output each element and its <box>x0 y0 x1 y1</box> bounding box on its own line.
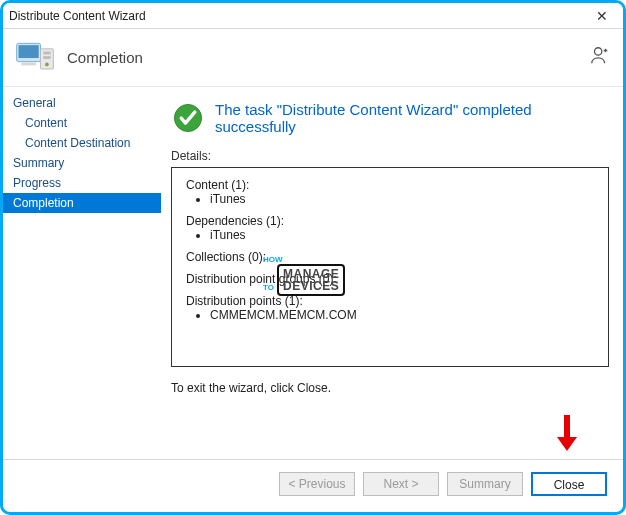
dp-item: CMMEMCM.MEMCM.COM <box>210 308 594 322</box>
details-dependencies: Dependencies (1): iTunes <box>186 214 594 242</box>
svg-rect-6 <box>21 62 36 65</box>
close-button[interactable]: Close <box>531 472 607 496</box>
svg-rect-4 <box>43 56 50 59</box>
dpg-heading: Distribution point groups (0): <box>186 272 594 286</box>
status-row: The task "Distribute Content Wizard" com… <box>171 101 609 135</box>
details-dp: Distribution points (1): CMMEMCM.MEMCM.C… <box>186 294 594 322</box>
dependency-item: iTunes <box>210 228 594 242</box>
success-check-icon <box>171 101 205 135</box>
title-bar: Distribute Content Wizard ✕ <box>3 3 623 29</box>
content-heading: Content (1): <box>186 178 594 192</box>
details-box: Content (1): iTunes Dependencies (1): iT… <box>171 167 609 367</box>
details-label: Details: <box>171 149 609 163</box>
computer-icon <box>13 36 57 80</box>
wizard-footer: < Previous Next > Summary Close <box>3 459 623 507</box>
svg-point-5 <box>45 62 49 66</box>
svg-rect-3 <box>43 51 50 54</box>
dependencies-heading: Dependencies (1): <box>186 214 594 228</box>
status-message: The task "Distribute Content Wizard" com… <box>215 101 609 135</box>
svg-point-7 <box>595 48 602 55</box>
details-dpg: Distribution point groups (0): <box>186 272 594 286</box>
nav-content[interactable]: Content <box>3 113 161 133</box>
nav-summary[interactable]: Summary <box>3 153 161 173</box>
previous-button: < Previous <box>279 472 355 496</box>
details-content: Content (1): iTunes <box>186 178 594 206</box>
close-icon[interactable]: ✕ <box>587 8 617 24</box>
main-panel: The task "Distribute Content Wizard" com… <box>161 87 623 459</box>
nav-general[interactable]: General <box>3 93 161 113</box>
nav-completion[interactable]: Completion <box>3 193 161 213</box>
window-title: Distribute Content Wizard <box>9 9 146 23</box>
collections-heading: Collections (0): <box>186 250 594 264</box>
person-icon <box>589 45 611 70</box>
details-collections: Collections (0): <box>186 250 594 264</box>
wizard-header: Completion <box>3 29 623 87</box>
summary-button: Summary <box>447 472 523 496</box>
nav-sidebar: General Content Content Destination Summ… <box>3 87 161 459</box>
page-title: Completion <box>67 49 143 66</box>
wizard-body: General Content Content Destination Summ… <box>3 87 623 459</box>
exit-instruction: To exit the wizard, click Close. <box>171 381 609 395</box>
content-item: iTunes <box>210 192 594 206</box>
svg-rect-1 <box>19 45 39 58</box>
nav-content-destination[interactable]: Content Destination <box>3 133 161 153</box>
nav-progress[interactable]: Progress <box>3 173 161 193</box>
dp-heading: Distribution points (1): <box>186 294 594 308</box>
next-button: Next > <box>363 472 439 496</box>
